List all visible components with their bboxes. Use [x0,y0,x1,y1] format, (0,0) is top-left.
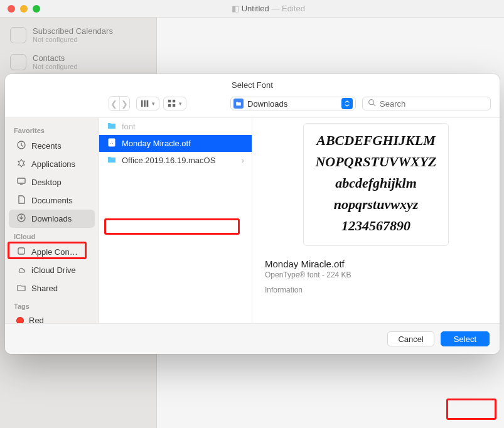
back-button[interactable]: ❮ [109,97,119,110]
svg-line-8 [373,104,375,106]
sidebar-tag-red[interactable]: Red [9,313,95,323]
svg-rect-6 [173,104,175,107]
group-view-button[interactable]: ▾ [163,97,186,110]
font-sample-line: abcdefghijklm [315,173,436,194]
sidebar-item-documents[interactable]: Documents [9,191,95,210]
icloud-icon [16,264,26,276]
font-icon: A [107,137,117,149]
tag-dot-icon [16,317,24,324]
sidebar-item-label: Applications [31,159,75,169]
search-icon [368,99,376,109]
preview-filename: Monday Miracle.otf [265,259,487,269]
documents-icon [16,195,26,206]
preview-pane: ABCDEFGHIJKLMNOPQRSTUVWXYZabcdefghijklmn… [252,118,500,323]
sidebar-item-downloads[interactable]: Downloads [9,210,95,228]
location-popup[interactable]: Downloads [230,97,356,110]
preview-subtitle: OpenType® font - 224 KB [265,270,487,279]
preview-info-label: Information [265,286,487,294]
desktop-icon [16,176,26,188]
downloads-icon [16,213,26,225]
svg-rect-2 [147,100,149,107]
dialog-title: Select Font [5,74,500,92]
sidebar-item-label: Red [29,316,44,323]
location-dropdown-icon[interactable] [341,98,353,109]
sidebar-item-label: iCloud Drive [31,265,76,275]
file-row[interactable]: AMonday Miracle.otf [99,135,252,152]
sidebar-item-icloud[interactable]: Apple Con… [9,243,95,261]
svg-rect-4 [173,100,175,102]
sidebar-item-label: Desktop [31,178,62,187]
chevron-down-icon: ▾ [179,100,182,107]
nav-back-forward[interactable]: ❮ ❯ [109,96,130,111]
dialog-toolbar: ❮ ❯ ▾ ▾ Downloads [5,92,500,118]
sidebar-item-label: Shared [31,284,58,293]
file-name: Office.2019.16.19.macOS [122,156,215,165]
select-button[interactable]: Select [441,331,490,346]
svg-point-7 [369,100,374,105]
svg-rect-0 [141,100,143,107]
svg-rect-13 [18,248,24,254]
dialog-sidebar: FavoritesRecentsApplicationsDesktopDocum… [5,118,99,323]
sidebar-item-icloud[interactable]: iCloud Drive [9,261,95,279]
forward-button[interactable]: ❯ [119,97,129,110]
view-controls[interactable]: ▾ ▾ [136,97,186,110]
sidebar-heading: iCloud [5,228,99,243]
folder-icon [107,154,117,166]
recents-icon [16,140,26,152]
applications-icon [16,158,26,170]
folder-icon [233,99,244,109]
chevron-right-icon: › [242,156,244,165]
search-input[interactable] [380,99,485,109]
svg-rect-5 [168,104,171,107]
select-font-dialog: Select Font ❮ ❯ ▾ ▾ Downloads [5,74,500,354]
sidebar-item-label: Documents [31,196,73,205]
icloud-icon [16,282,26,294]
file-column: fontAMonday Miracle.otfOffice.2019.16.19… [99,118,252,323]
font-preview: ABCDEFGHIJKLMNOPQRSTUVWXYZabcdefghijklmn… [303,123,448,246]
svg-text:A: A [110,140,114,146]
columns-view-button[interactable]: ▾ [136,97,159,110]
svg-rect-1 [144,100,146,107]
sidebar-item-label: Downloads [31,214,72,223]
icloud-icon [16,246,26,258]
font-sample-line: 1234567890 [315,215,436,237]
sidebar-item-applications[interactable]: Applications [9,155,95,173]
font-sample-line: NOPQRSTUVWXYZ [315,151,436,173]
location-label: Downloads [247,99,338,109]
font-sample-line: ABCDEFGHIJKLM [315,130,436,151]
sidebar-item-desktop[interactable]: Desktop [9,173,95,191]
font-sample-line: nopqrstuvwxyz [315,194,436,215]
file-row[interactable]: font [99,118,252,135]
file-name: Monday Miracle.otf [122,139,191,148]
sidebar-item-label: Apple Con… [31,247,78,257]
dialog-footer: Cancel Select [5,323,500,354]
sidebar-heading: Favorites [5,122,99,137]
sidebar-heading: Tags [5,297,99,313]
svg-rect-10 [18,178,25,183]
sidebar-item-recents[interactable]: Recents [9,137,95,155]
folder-icon [107,120,117,132]
cancel-button[interactable]: Cancel [387,331,434,346]
sidebar-item-icloud[interactable]: Shared [9,279,95,297]
svg-rect-3 [168,100,171,102]
chevron-down-icon: ▾ [152,100,155,107]
file-row[interactable]: Office.2019.16.19.macOS› [99,152,252,169]
sidebar-item-label: Recents [31,141,62,151]
search-field[interactable] [362,97,491,110]
file-name: font [122,122,136,131]
